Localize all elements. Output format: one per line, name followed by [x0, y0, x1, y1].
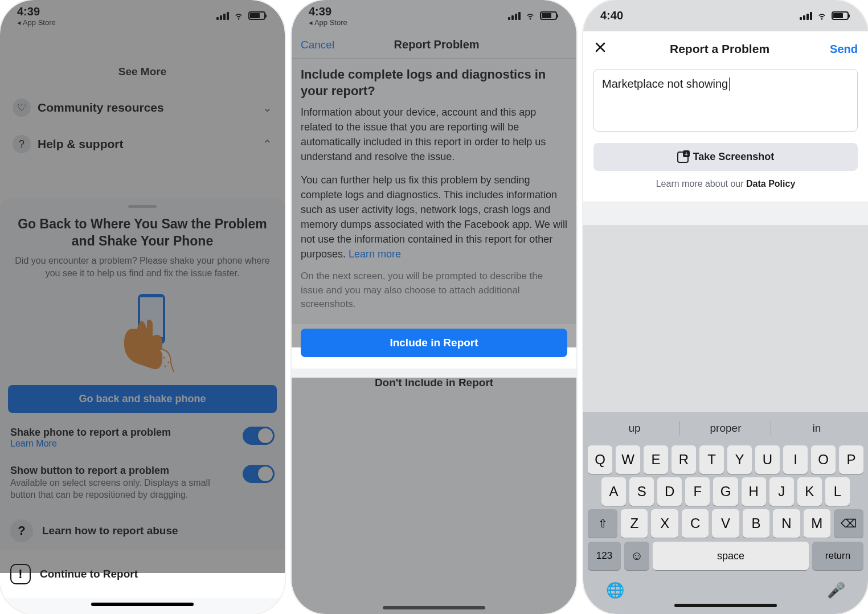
- close-icon: [593, 40, 607, 54]
- text-cursor: [729, 77, 730, 91]
- key-a[interactable]: A: [601, 477, 626, 506]
- shake-toggle-title: Shake phone to report a problem: [10, 427, 237, 439]
- key-space[interactable]: space: [653, 542, 809, 570]
- chevron-down-icon: ⌄: [263, 101, 272, 114]
- key-d[interactable]: D: [657, 477, 682, 506]
- learn-more-link[interactable]: Learn More: [10, 439, 237, 449]
- heart-icon: ♡: [13, 99, 31, 117]
- key-numbers[interactable]: 123: [588, 542, 621, 570]
- svg-point-3: [163, 357, 165, 358]
- keyboard-row-1: Q W E R T Y U I O P: [586, 444, 866, 476]
- key-y[interactable]: Y: [727, 445, 752, 474]
- shake-toggle-switch[interactable]: [243, 427, 275, 445]
- sheet-title: Go Back to Where You Saw the Problem and…: [8, 216, 277, 250]
- key-c[interactable]: C: [682, 509, 709, 538]
- send-button[interactable]: Send: [830, 43, 858, 56]
- see-more-button[interactable]: See More: [7, 54, 278, 89]
- learn-report-abuse-row[interactable]: ? Learn how to report abuse: [8, 509, 277, 552]
- key-p[interactable]: P: [839, 445, 863, 474]
- home-indicator[interactable]: [674, 604, 777, 607]
- keyboard-row-2: A S D F G H J K L: [586, 476, 866, 507]
- data-policy-text: Learn more about our Data Policy: [593, 179, 858, 189]
- key-z[interactable]: Z: [621, 509, 648, 538]
- svg-point-4: [168, 361, 170, 363]
- show-button-toggle-title: Show button to report a problem: [10, 465, 237, 477]
- key-k[interactable]: K: [797, 477, 822, 506]
- status-bar: 4:39 ◂ App Store: [0, 0, 285, 31]
- home-indicator[interactable]: [383, 606, 485, 609]
- key-g[interactable]: G: [713, 477, 738, 506]
- key-t[interactable]: T: [699, 445, 724, 474]
- key-h[interactable]: H: [742, 477, 766, 506]
- problem-description-input[interactable]: Marketplace not showing: [593, 69, 858, 132]
- key-e[interactable]: E: [644, 445, 668, 474]
- battery-icon: [248, 11, 265, 20]
- key-s[interactable]: S: [629, 477, 654, 506]
- key-q[interactable]: Q: [588, 445, 612, 474]
- key-return[interactable]: return: [812, 542, 863, 570]
- sheet-handle[interactable]: [128, 205, 157, 208]
- key-emoji[interactable]: ☺: [624, 542, 649, 570]
- key-v[interactable]: V: [712, 509, 739, 538]
- exclamation-icon: !: [10, 564, 31, 584]
- keyboard-row-4: 123 ☺ space return: [586, 539, 866, 572]
- go-back-shake-button[interactable]: Go back and shake phone: [8, 385, 277, 413]
- keyboard-row-3: ⇧ Z X C V B N M ⌫: [586, 507, 866, 539]
- suggestion-1[interactable]: up: [589, 416, 680, 440]
- key-f[interactable]: F: [685, 477, 710, 506]
- show-button-toggle-desc: Available on select screens only. Displa…: [10, 477, 237, 501]
- shake-toggle-row: Shake phone to report a problem Learn Mo…: [8, 419, 277, 457]
- suggestion-2[interactable]: proper: [680, 416, 771, 440]
- key-i[interactable]: I: [783, 445, 808, 474]
- key-m[interactable]: M: [804, 509, 830, 538]
- status-time: 4:39: [17, 5, 56, 18]
- key-r[interactable]: R: [672, 445, 696, 474]
- close-button[interactable]: [593, 40, 609, 58]
- sheet-subtitle: Did you encounter a problem? Please shak…: [8, 255, 277, 280]
- globe-icon[interactable]: 🌐: [606, 582, 624, 599]
- chevron-up-icon: ⌃: [263, 137, 272, 151]
- key-j[interactable]: J: [769, 477, 794, 506]
- background-content: See More ♡ Community resources ⌄ ? Help …: [0, 31, 285, 162]
- shake-phone-illustration: [108, 289, 177, 375]
- key-delete[interactable]: ⌫: [834, 509, 863, 538]
- status-icons: [216, 11, 265, 21]
- report-problem-sheet: Go Back to Where You Saw the Problem and…: [0, 198, 285, 614]
- key-shift[interactable]: ⇧: [588, 509, 617, 538]
- help-icon: ?: [13, 135, 31, 153]
- back-to-app-store[interactable]: ◂ App Store: [17, 18, 56, 27]
- svg-point-5: [165, 365, 166, 367]
- key-o[interactable]: O: [811, 445, 836, 474]
- key-l[interactable]: L: [825, 477, 850, 506]
- screenshot-icon: [677, 152, 689, 163]
- key-n[interactable]: N: [773, 509, 800, 538]
- include-in-report-button[interactable]: Include in Report: [301, 329, 567, 357]
- cellular-icon: [216, 12, 229, 20]
- home-indicator[interactable]: [91, 603, 194, 606]
- mic-icon[interactable]: 🎤: [827, 582, 845, 599]
- key-u[interactable]: U: [755, 445, 780, 474]
- key-w[interactable]: W: [616, 445, 640, 474]
- key-x[interactable]: X: [651, 509, 678, 538]
- question-icon: ?: [10, 519, 33, 542]
- suggestion-3[interactable]: in: [771, 416, 862, 440]
- report-title: Report a Problem: [609, 42, 830, 56]
- wifi-icon: [233, 11, 244, 21]
- report-panel: Report a Problem Send Marketplace not sh…: [583, 31, 868, 202]
- show-button-toggle-switch[interactable]: [243, 465, 275, 483]
- keyboard-suggestions: up proper in: [586, 416, 866, 444]
- show-button-toggle-row: Show button to report a problem Availabl…: [8, 457, 277, 509]
- take-screenshot-button[interactable]: Take Screenshot: [593, 143, 858, 171]
- ios-keyboard: up proper in Q W E R T Y U I O P A S D F…: [583, 412, 868, 614]
- data-policy-link[interactable]: Data Policy: [746, 179, 795, 189]
- help-support-row[interactable]: ? Help & support ⌃: [7, 126, 278, 162]
- community-resources-row[interactable]: ♡ Community resources ⌄: [7, 89, 278, 126]
- key-b[interactable]: B: [743, 509, 769, 538]
- continue-to-report-row[interactable]: ! Continue to Report: [0, 552, 285, 596]
